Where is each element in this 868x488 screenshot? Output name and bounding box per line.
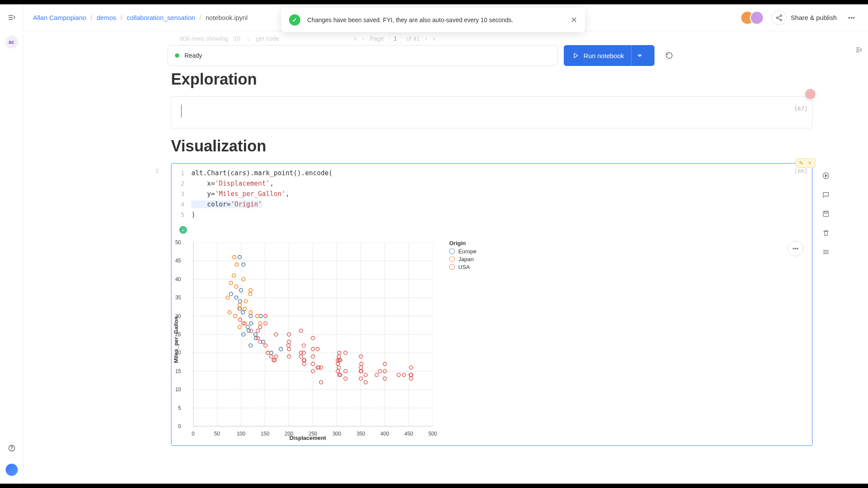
svg-point-146 xyxy=(360,362,363,366)
svg-point-74 xyxy=(228,311,231,314)
kernel-status: Ready xyxy=(168,45,558,66)
legend-label: Europe xyxy=(458,248,477,255)
y-tick-label: 10 xyxy=(175,386,181,393)
legend-item[interactable]: USA xyxy=(449,264,477,270)
y-tick-label: 40 xyxy=(175,276,181,282)
pager-next-icon[interactable]: › xyxy=(425,35,427,42)
svg-point-35 xyxy=(238,255,241,259)
run-notebook-button[interactable]: Run notebook xyxy=(564,45,654,66)
user-avatar-small[interactable]: ac xyxy=(5,36,18,49)
svg-point-57 xyxy=(233,255,236,259)
crumb-demos[interactable]: demos xyxy=(97,14,116,21)
run-dropdown-icon[interactable] xyxy=(631,45,648,66)
legend-swatch-icon xyxy=(449,264,455,270)
svg-point-86 xyxy=(287,344,290,347)
run-cell-icon[interactable] xyxy=(821,170,831,181)
chevron-down-icon[interactable]: ⌄ xyxy=(246,35,251,42)
success-icon: ✓ xyxy=(289,14,300,26)
svg-point-41 xyxy=(250,322,253,325)
y-tick-label: 30 xyxy=(175,313,181,319)
svg-point-103 xyxy=(344,377,347,380)
svg-point-62 xyxy=(249,288,252,292)
status-dot-icon xyxy=(175,53,179,58)
svg-point-5 xyxy=(851,17,852,18)
pager-prev-icon[interactable]: ‹ xyxy=(362,35,365,42)
execution-count: [60] xyxy=(794,168,808,174)
svg-rect-8 xyxy=(823,211,829,216)
svg-point-109 xyxy=(375,373,378,377)
cell-comment-badge[interactable]: ✎+ xyxy=(796,158,815,168)
share-icon xyxy=(772,10,786,25)
crumb-project[interactable]: collaboration_sensation xyxy=(127,14,195,21)
y-tick-label: 15 xyxy=(175,368,181,374)
menu-collapse-icon[interactable] xyxy=(5,10,19,24)
svg-point-81 xyxy=(264,344,267,347)
y-tick-label: 25 xyxy=(175,331,181,337)
toc-toggle-icon[interactable] xyxy=(855,46,863,55)
table-pager: 806 rows showing 10 ⌄ get code « ‹ Page … xyxy=(23,31,847,44)
code-cell-empty[interactable]: [67] xyxy=(171,96,812,128)
svg-point-76 xyxy=(238,318,242,321)
svg-point-120 xyxy=(302,344,306,347)
legend-title: Origin xyxy=(449,240,477,246)
x-tick-label: 500 xyxy=(428,431,437,437)
svg-point-90 xyxy=(299,355,302,358)
save-output-icon[interactable] xyxy=(821,209,831,219)
svg-point-83 xyxy=(270,355,273,358)
overflow-menu-icon[interactable] xyxy=(845,11,858,25)
share-label: Share & publish xyxy=(791,14,837,21)
toast-close-icon[interactable]: ✕ xyxy=(571,15,577,25)
legend-item[interactable]: Europe xyxy=(449,248,477,255)
section-heading-visualization: Visualization xyxy=(171,137,812,155)
svg-point-96 xyxy=(336,362,339,366)
x-tick-label: 0 xyxy=(192,431,195,437)
breadcrumb: Allan Campopiano / demos / collaboration… xyxy=(33,14,248,21)
svg-point-39 xyxy=(241,311,245,314)
drag-handle-icon[interactable]: ⠿ xyxy=(155,168,160,175)
svg-point-117 xyxy=(264,322,267,325)
crumb-user[interactable]: Allan Campopiano xyxy=(33,14,86,21)
section-heading-exploration: Exploration xyxy=(171,70,812,88)
y-tick-label: 50 xyxy=(175,239,181,246)
legend-item[interactable]: Japan xyxy=(449,256,477,262)
execution-count: [67] xyxy=(794,105,808,112)
kernel-status-label: Ready xyxy=(184,52,202,59)
svg-point-118 xyxy=(259,325,262,329)
code-cell-active[interactable]: ⠿ ✎+ [60] 1 2 3 4 5 alt.Chart(cars).mark… xyxy=(171,163,812,446)
svg-point-116 xyxy=(409,377,413,380)
collaborator-avatars[interactable] xyxy=(740,11,764,25)
brand-logo-icon[interactable] xyxy=(6,464,18,476)
svg-point-63 xyxy=(249,311,252,314)
svg-point-98 xyxy=(337,366,341,369)
x-tick-label: 300 xyxy=(332,431,341,437)
page-number[interactable]: 1 xyxy=(389,34,401,43)
comment-icon[interactable] xyxy=(821,190,831,200)
x-tick-label: 100 xyxy=(237,431,245,437)
crumb-sep: / xyxy=(91,14,92,21)
svg-point-113 xyxy=(402,373,406,377)
text-cursor xyxy=(181,105,182,118)
delete-cell-icon[interactable] xyxy=(821,228,831,238)
code-editor[interactable]: alt.Chart(cars).mark_point().encode( x='… xyxy=(171,164,812,224)
legend-swatch-icon xyxy=(449,256,455,262)
svg-point-61 xyxy=(243,307,247,311)
run-notebook-label: Run notebook xyxy=(584,52,624,59)
svg-point-72 xyxy=(234,285,238,288)
svg-point-126 xyxy=(364,380,367,384)
svg-point-73 xyxy=(244,300,247,303)
help-icon[interactable] xyxy=(5,441,19,455)
svg-point-69 xyxy=(248,292,252,296)
svg-point-47 xyxy=(249,344,252,347)
svg-point-58 xyxy=(235,263,238,266)
share-button[interactable]: Share & publish xyxy=(772,10,837,25)
svg-point-132 xyxy=(302,362,306,366)
x-tick-label: 350 xyxy=(356,431,365,437)
pager-first-icon[interactable]: « xyxy=(354,35,357,42)
restart-kernel-icon[interactable] xyxy=(661,47,678,64)
cell-menu-icon[interactable] xyxy=(821,247,831,257)
pager-last-icon[interactable]: » xyxy=(432,35,436,42)
svg-point-112 xyxy=(397,373,401,377)
svg-point-66 xyxy=(238,325,241,329)
svg-rect-9 xyxy=(825,211,827,213)
output-menu-icon[interactable] xyxy=(788,241,803,256)
